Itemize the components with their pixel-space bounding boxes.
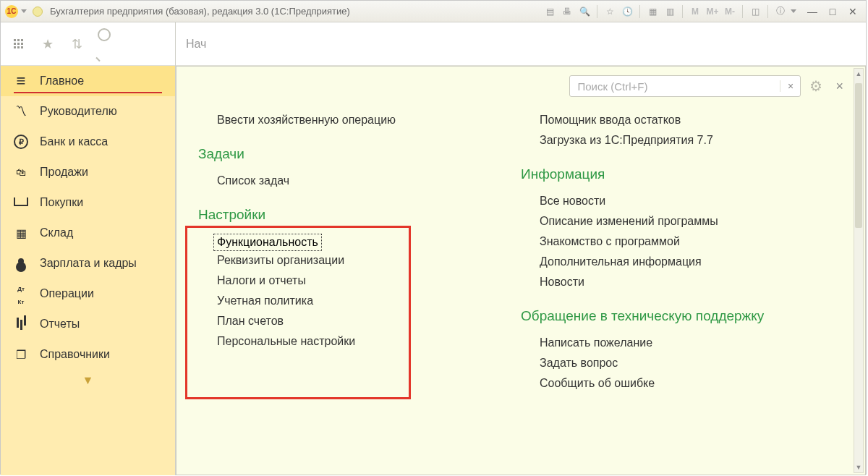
- sidebar-item-purchases[interactable]: Покупки: [1, 187, 175, 218]
- right-column: Помощник ввода остатков Загрузка из 1С:П…: [514, 85, 836, 467]
- memory-mplus-button[interactable]: M+: [705, 4, 720, 19]
- memory-m-button[interactable]: M: [688, 4, 702, 19]
- info-icon[interactable]: ⓘ: [773, 4, 788, 19]
- minimize-button[interactable]: —: [804, 4, 821, 19]
- info-dropdown-icon[interactable]: [791, 9, 796, 13]
- separator: [742, 5, 743, 18]
- calculator-icon[interactable]: ▦: [645, 4, 660, 19]
- bag-icon: [14, 166, 28, 179]
- boxes-icon: [14, 226, 28, 240]
- memory-mminus-button[interactable]: M-: [723, 4, 737, 19]
- sidebar-item-label: Отчеты: [40, 318, 80, 331]
- ruble-icon: [14, 135, 28, 150]
- link-chart-accounts[interactable]: План счетов: [198, 311, 506, 331]
- favorites-icon[interactable]: [40, 36, 56, 52]
- section-tasks-title: Задачи: [198, 146, 506, 162]
- app-menu-dropdown-icon[interactable]: [21, 9, 27, 13]
- link-news[interactable]: Новости: [521, 272, 829, 292]
- sidebar-item-label: Справочники: [40, 348, 110, 361]
- link-org-details[interactable]: Реквизиты организации: [198, 250, 506, 271]
- sidebar-item-operations[interactable]: Операции: [1, 279, 175, 309]
- sidebar-item-main[interactable]: Главное: [1, 66, 175, 96]
- print-icon[interactable]: 🖶: [560, 4, 574, 19]
- person-icon: [14, 254, 28, 267]
- separator: [597, 5, 597, 18]
- functions-panel: × ⚙ × Ввести хозяйственную операцию Зада…: [176, 66, 866, 475]
- scroll-up-arrow-icon[interactable]: ▲: [854, 69, 863, 79]
- section-info-title: Информация: [521, 166, 829, 182]
- sidebar-item-label: Покупки: [40, 196, 83, 209]
- sidebar-item-warehouse[interactable]: Склад: [1, 218, 175, 248]
- menu-icon: [14, 72, 28, 90]
- separator: [682, 5, 683, 18]
- titlebar-bullet-icon: [33, 7, 43, 17]
- app-window: 1C Бухгалтерия предприятия (базовая), ре…: [0, 0, 867, 475]
- sidebar-item-label: Продажи: [40, 166, 88, 179]
- tab-partial-label: Нач: [186, 38, 206, 51]
- link-taxes[interactable]: Налоги и отчеты: [198, 271, 506, 291]
- sidebar-item-bank[interactable]: Банк и касса: [1, 127, 175, 157]
- link-ask-question[interactable]: Задать вопрос: [521, 353, 829, 373]
- sidebar-item-label: Руководителю: [40, 105, 117, 118]
- scroll-down-arrow-icon[interactable]: ▼: [854, 462, 863, 472]
- tab-bar: Нач: [176, 22, 866, 66]
- chart-icon: [14, 105, 28, 118]
- separator: [767, 5, 768, 18]
- link-personal-settings[interactable]: Персональные настройки: [198, 331, 506, 352]
- left-column: Ввести хозяйственную операцию Задачи Спи…: [191, 85, 514, 467]
- sidebar-item-label: Банк и касса: [40, 135, 108, 148]
- panels-icon[interactable]: ◫: [748, 4, 762, 19]
- sidebar-sections: Главное Руководителю Банк и касса Продаж…: [1, 66, 175, 475]
- search-icon[interactable]: [98, 36, 114, 52]
- favorite-icon[interactable]: ☆: [603, 4, 617, 19]
- sidebar: Главное Руководителю Банк и касса Продаж…: [1, 22, 176, 475]
- cart-icon: [14, 196, 28, 209]
- window-title: Бухгалтерия предприятия (базовая), редак…: [50, 6, 350, 17]
- app-logo-icon: 1C: [5, 5, 18, 18]
- sidebar-item-sales[interactable]: Продажи: [1, 157, 175, 187]
- books-icon: [14, 348, 28, 362]
- sidebar-item-label: Операции: [40, 287, 94, 300]
- sidebar-item-catalogs[interactable]: Справочники: [1, 339, 175, 370]
- sidebar-item-hr[interactable]: Зарплата и кадры: [1, 248, 175, 279]
- main-area: Нач × ⚙ × Ввести хозяйственную опера: [176, 22, 866, 475]
- history-icon[interactable]: 🕓: [620, 4, 634, 19]
- link-enter-operation[interactable]: Ввести хозяйственную операцию: [198, 110, 506, 130]
- link-extra-info[interactable]: Дополнительная информация: [521, 252, 829, 272]
- close-button[interactable]: ✕: [844, 4, 861, 19]
- titlebar: 1C Бухгалтерия предприятия (базовая), ре…: [1, 1, 866, 22]
- section-support-title: Обращение в техническую поддержку: [521, 308, 829, 324]
- link-feedback[interactable]: Написать пожелание: [521, 333, 829, 353]
- sidebar-item-label: Зарплата и кадры: [40, 257, 137, 270]
- sidebar-item-manager[interactable]: Руководителю: [1, 96, 175, 127]
- link-all-news[interactable]: Все новости: [521, 191, 829, 211]
- maximize-button[interactable]: □: [824, 4, 841, 19]
- dtkt-icon: [14, 281, 28, 307]
- apps-grid-icon[interactable]: [11, 36, 27, 52]
- vertical-scrollbar[interactable]: ▲ ▼: [854, 68, 864, 473]
- sidebar-toolbar: [1, 22, 175, 66]
- link-intro[interactable]: Знакомство с программой: [521, 231, 829, 252]
- link-functionality[interactable]: Функциональность: [214, 234, 321, 250]
- scrollbar-thumb[interactable]: [855, 83, 862, 228]
- link-report-bug[interactable]: Сообщить об ошибке: [521, 373, 829, 394]
- sidebar-item-reports[interactable]: Отчеты: [1, 309, 175, 339]
- print-preview-icon[interactable]: ▤: [542, 4, 557, 19]
- sidebar-more-arrow-icon[interactable]: ▼: [1, 370, 175, 391]
- history-nav-icon[interactable]: [69, 36, 85, 52]
- link-task-list[interactable]: Список задач: [198, 171, 506, 191]
- section-settings-title: Настройки: [198, 207, 506, 223]
- calendar-icon[interactable]: ▥: [663, 4, 677, 19]
- doc-search-icon[interactable]: 🔍: [577, 4, 592, 19]
- link-accounting-policy[interactable]: Учетная политика: [198, 291, 506, 311]
- sidebar-item-label: Главное: [40, 75, 84, 88]
- sidebar-item-label: Склад: [40, 226, 73, 239]
- link-import-77[interactable]: Загрузка из 1С:Предприятия 7.7: [521, 130, 829, 150]
- link-changelog[interactable]: Описание изменений программы: [521, 211, 829, 231]
- bars-icon: [14, 318, 28, 331]
- link-balances-helper[interactable]: Помощник ввода остатков: [521, 110, 829, 130]
- separator: [639, 5, 640, 18]
- active-underline: [14, 92, 162, 93]
